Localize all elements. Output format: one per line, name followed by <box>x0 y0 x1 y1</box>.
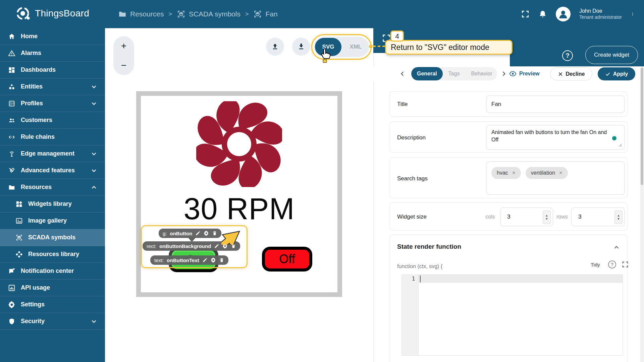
tab-behavior[interactable]: Behavior <box>465 67 497 80</box>
chevron-down-icon <box>90 167 98 174</box>
logo[interactable]: ThingsBoard <box>14 5 89 22</box>
search-tags-card: Search tags hvac × ventilation × <box>389 158 628 198</box>
thingsboard-app: ThingsBoard Resources > SCADA symbols > … <box>0 0 644 362</box>
connector-dot <box>369 45 373 48</box>
gear-icon <box>8 301 15 308</box>
notifications-bell-icon[interactable] <box>538 10 547 18</box>
download-icon <box>297 43 305 51</box>
delete-trash-icon[interactable] <box>219 257 224 263</box>
title-input[interactable] <box>486 96 625 113</box>
user-info[interactable]: John Doe Tenant administrator <box>579 8 622 20</box>
title-field-card: Title <box>389 91 628 117</box>
panel-scrollbar-thumb[interactable] <box>641 68 643 185</box>
breadcrumb-resources[interactable]: Resources <box>118 10 164 18</box>
edit-pencil-icon[interactable] <box>195 231 201 236</box>
sidebar-item-customers[interactable]: Customers <box>0 112 105 129</box>
chevron-left-icon[interactable] <box>399 70 406 77</box>
apply-button[interactable]: Apply <box>598 67 635 80</box>
cols-stepper[interactable]: ▲▼ <box>543 210 551 224</box>
annotation-callout: Return to "SVG" editor mode <box>385 40 513 55</box>
code-help-icon[interactable]: ? <box>608 260 616 268</box>
chevron-right-icon[interactable] <box>500 70 507 77</box>
tab-tags[interactable]: Tags <box>443 67 466 80</box>
off-button[interactable]: Off <box>262 247 312 272</box>
decline-button[interactable]: Decline <box>550 67 592 80</box>
description-textarea[interactable]: Animated fan with buttons to turn the fa… <box>486 125 625 150</box>
remove-tag-icon[interactable]: × <box>512 170 516 176</box>
avatar[interactable] <box>556 7 571 21</box>
preview-button[interactable]: Preview <box>509 67 539 80</box>
sidebar-item-resources-library[interactable]: Resources library <box>0 246 105 263</box>
sidebar-item-advanced-features[interactable]: Advanced features <box>0 162 105 179</box>
folder-icon <box>8 184 15 191</box>
chevron-down-icon <box>90 150 98 158</box>
line-number: 1 <box>412 276 415 282</box>
header-actions: John Doe Tenant administrator <box>521 0 635 28</box>
chevron-up-icon <box>90 184 98 191</box>
resize-handle-icon[interactable] <box>618 143 622 147</box>
tidy-button[interactable]: Tidy <box>591 262 600 267</box>
image-icon <box>15 217 23 225</box>
breadcrumb: Resources > SCADA symbols > Fan <box>118 0 278 28</box>
settings-gear-icon[interactable] <box>211 257 216 263</box>
breadcrumb-separator: > <box>245 11 249 18</box>
scada-cube-icon <box>177 10 185 18</box>
sidebar-item-alarms[interactable]: Alarms <box>0 45 105 62</box>
tab-general[interactable]: General <box>411 67 443 80</box>
create-widget-button[interactable]: Create widget <box>585 46 638 64</box>
delete-trash-icon[interactable] <box>212 231 217 236</box>
sidebar-item-profiles[interactable]: Profiles <box>0 95 105 112</box>
cols-input-wrap: ▲▼ <box>500 207 553 226</box>
sidebar-item-home[interactable]: Home <box>0 28 105 45</box>
breadcrumb-fan[interactable]: Fan <box>253 10 277 18</box>
entities-icon <box>8 83 15 90</box>
sidebar-item-settings[interactable]: Settings <box>0 296 105 313</box>
kebab-menu-icon[interactable] <box>631 10 635 18</box>
settings-gear-icon[interactable] <box>204 231 209 236</box>
collapse-chevron-up-icon[interactable] <box>613 244 620 251</box>
rule-chains-icon <box>8 133 15 141</box>
search-tags-label: Search tags <box>397 175 428 182</box>
sidebar-item-entities[interactable]: Entities <box>0 78 105 95</box>
help-button[interactable]: ? <box>562 50 573 61</box>
sidebar-item-notification-center[interactable]: Notification center <box>0 263 105 280</box>
edit-pencil-icon[interactable] <box>202 257 208 263</box>
tag-chip-onbutton: g: onButton <box>159 229 221 238</box>
upload-button[interactable] <box>266 38 284 56</box>
sidebar-item-widgets-library[interactable]: Widgets library <box>0 196 105 213</box>
sidebar-item-edge-management[interactable]: Edge management <box>0 145 105 162</box>
user-role: Tenant administrator <box>579 14 622 20</box>
rows-stepper[interactable]: ▲▼ <box>614 210 623 224</box>
sidebar-item-resources[interactable]: Resources <box>0 179 105 196</box>
download-button[interactable] <box>292 38 310 56</box>
zoom-controls: + − <box>113 36 134 75</box>
sidebar-item-scada-symbols[interactable]: SCADA symbols <box>0 229 105 246</box>
breadcrumb-separator: > <box>168 11 172 18</box>
scada-cube-icon <box>253 10 262 18</box>
description-label: Description <box>397 134 426 141</box>
breadcrumb-scada-symbols[interactable]: SCADA symbols <box>177 10 240 18</box>
scada-cube-icon <box>15 234 23 241</box>
sidebar-item-dashboards[interactable]: Dashboards <box>0 62 105 78</box>
sidebar-item-image-gallery[interactable]: Image gallery <box>0 213 105 229</box>
title-label: Title <box>397 101 408 108</box>
panel-scrollbar[interactable] <box>640 66 644 362</box>
sidebar-item-api-usage[interactable]: API usage <box>0 280 105 296</box>
code-editor[interactable]: 1 <box>401 275 623 356</box>
remove-tag-icon[interactable]: × <box>559 170 562 176</box>
fan-rotor-graphic[interactable] <box>196 101 282 187</box>
state-render-card: State render function function (ctx, svg… <box>389 235 628 362</box>
zoom-out-button[interactable]: − <box>113 56 134 75</box>
search-tags-input[interactable]: hvac × ventilation × <box>486 161 625 195</box>
fullscreen-icon[interactable] <box>521 10 530 18</box>
tag-chip-onbuttontext: text: onButtonText <box>150 255 228 265</box>
sidebar-item-security[interactable]: Security <box>0 313 105 330</box>
eye-icon <box>509 70 517 77</box>
zoom-in-button[interactable]: + <box>113 36 134 56</box>
code-fullscreen-icon[interactable] <box>622 261 629 268</box>
edit-pencil-icon[interactable] <box>214 243 219 249</box>
shield-icon <box>8 318 15 325</box>
xml-mode-button[interactable]: XML <box>342 37 369 57</box>
sidebar-item-rule-chains[interactable]: Rule chains <box>0 129 105 145</box>
warning-icon <box>8 50 15 57</box>
